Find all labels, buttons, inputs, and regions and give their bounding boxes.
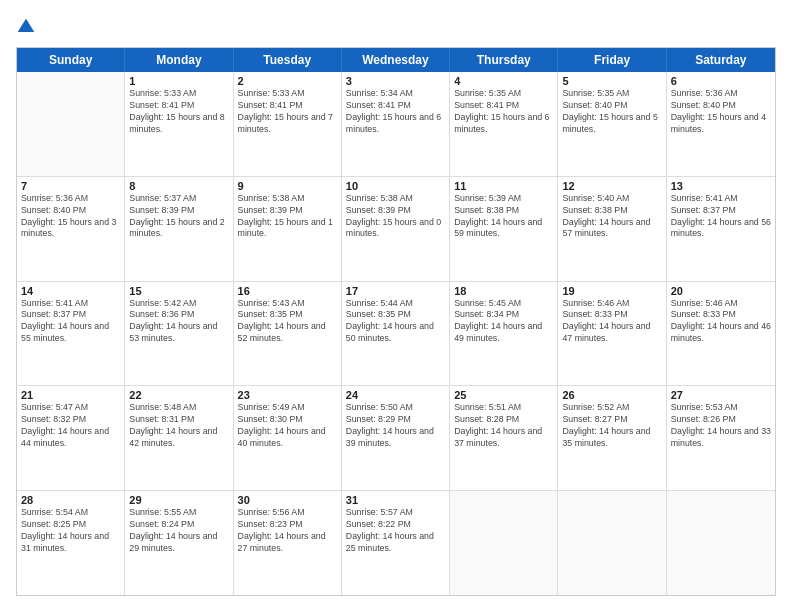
day-number: 23 <box>238 389 337 401</box>
calendar-cell <box>450 491 558 595</box>
day-info: Sunrise: 5:50 AMSunset: 8:29 PMDaylight:… <box>346 402 445 450</box>
day-info: Sunrise: 5:48 AMSunset: 8:31 PMDaylight:… <box>129 402 228 450</box>
day-info: Sunrise: 5:49 AMSunset: 8:30 PMDaylight:… <box>238 402 337 450</box>
day-number: 20 <box>671 285 771 297</box>
day-info: Sunrise: 5:37 AMSunset: 8:39 PMDaylight:… <box>129 193 228 241</box>
calendar-row: 28Sunrise: 5:54 AMSunset: 8:25 PMDayligh… <box>17 491 775 595</box>
day-number: 19 <box>562 285 661 297</box>
day-info: Sunrise: 5:45 AMSunset: 8:34 PMDaylight:… <box>454 298 553 346</box>
calendar-cell: 20Sunrise: 5:46 AMSunset: 8:33 PMDayligh… <box>667 282 775 386</box>
day-info: Sunrise: 5:34 AMSunset: 8:41 PMDaylight:… <box>346 88 445 136</box>
day-number: 11 <box>454 180 553 192</box>
day-number: 17 <box>346 285 445 297</box>
day-info: Sunrise: 5:39 AMSunset: 8:38 PMDaylight:… <box>454 193 553 241</box>
calendar-cell: 17Sunrise: 5:44 AMSunset: 8:35 PMDayligh… <box>342 282 450 386</box>
day-info: Sunrise: 5:57 AMSunset: 8:22 PMDaylight:… <box>346 507 445 555</box>
calendar-cell: 13Sunrise: 5:41 AMSunset: 8:37 PMDayligh… <box>667 177 775 281</box>
header <box>16 16 776 37</box>
day-number: 27 <box>671 389 771 401</box>
calendar-cell: 5Sunrise: 5:35 AMSunset: 8:40 PMDaylight… <box>558 72 666 176</box>
calendar-cell: 18Sunrise: 5:45 AMSunset: 8:34 PMDayligh… <box>450 282 558 386</box>
calendar-cell: 15Sunrise: 5:42 AMSunset: 8:36 PMDayligh… <box>125 282 233 386</box>
day-number: 5 <box>562 75 661 87</box>
day-number: 13 <box>671 180 771 192</box>
day-number: 8 <box>129 180 228 192</box>
calendar-cell: 25Sunrise: 5:51 AMSunset: 8:28 PMDayligh… <box>450 386 558 490</box>
day-info: Sunrise: 5:43 AMSunset: 8:35 PMDaylight:… <box>238 298 337 346</box>
day-info: Sunrise: 5:46 AMSunset: 8:33 PMDaylight:… <box>671 298 771 346</box>
weekday-header: Monday <box>125 48 233 72</box>
day-info: Sunrise: 5:52 AMSunset: 8:27 PMDaylight:… <box>562 402 661 450</box>
weekday-header: Thursday <box>450 48 558 72</box>
day-info: Sunrise: 5:56 AMSunset: 8:23 PMDaylight:… <box>238 507 337 555</box>
calendar-cell: 8Sunrise: 5:37 AMSunset: 8:39 PMDaylight… <box>125 177 233 281</box>
day-number: 25 <box>454 389 553 401</box>
calendar-cell: 29Sunrise: 5:55 AMSunset: 8:24 PMDayligh… <box>125 491 233 595</box>
day-info: Sunrise: 5:33 AMSunset: 8:41 PMDaylight:… <box>129 88 228 136</box>
calendar-header: SundayMondayTuesdayWednesdayThursdayFrid… <box>17 48 775 72</box>
calendar-cell: 24Sunrise: 5:50 AMSunset: 8:29 PMDayligh… <box>342 386 450 490</box>
calendar-cell: 6Sunrise: 5:36 AMSunset: 8:40 PMDaylight… <box>667 72 775 176</box>
day-info: Sunrise: 5:42 AMSunset: 8:36 PMDaylight:… <box>129 298 228 346</box>
calendar-cell <box>667 491 775 595</box>
day-info: Sunrise: 5:36 AMSunset: 8:40 PMDaylight:… <box>671 88 771 136</box>
calendar-cell: 30Sunrise: 5:56 AMSunset: 8:23 PMDayligh… <box>234 491 342 595</box>
day-number: 6 <box>671 75 771 87</box>
day-info: Sunrise: 5:51 AMSunset: 8:28 PMDaylight:… <box>454 402 553 450</box>
day-info: Sunrise: 5:38 AMSunset: 8:39 PMDaylight:… <box>346 193 445 241</box>
day-number: 24 <box>346 389 445 401</box>
calendar-row: 21Sunrise: 5:47 AMSunset: 8:32 PMDayligh… <box>17 386 775 491</box>
day-info: Sunrise: 5:41 AMSunset: 8:37 PMDaylight:… <box>671 193 771 241</box>
calendar-cell: 10Sunrise: 5:38 AMSunset: 8:39 PMDayligh… <box>342 177 450 281</box>
day-number: 31 <box>346 494 445 506</box>
day-number: 28 <box>21 494 120 506</box>
calendar-cell: 21Sunrise: 5:47 AMSunset: 8:32 PMDayligh… <box>17 386 125 490</box>
day-number: 10 <box>346 180 445 192</box>
day-number: 1 <box>129 75 228 87</box>
weekday-header: Saturday <box>667 48 775 72</box>
day-info: Sunrise: 5:36 AMSunset: 8:40 PMDaylight:… <box>21 193 120 241</box>
calendar-row: 7Sunrise: 5:36 AMSunset: 8:40 PMDaylight… <box>17 177 775 282</box>
day-number: 18 <box>454 285 553 297</box>
day-info: Sunrise: 5:35 AMSunset: 8:41 PMDaylight:… <box>454 88 553 136</box>
day-info: Sunrise: 5:38 AMSunset: 8:39 PMDaylight:… <box>238 193 337 241</box>
day-info: Sunrise: 5:40 AMSunset: 8:38 PMDaylight:… <box>562 193 661 241</box>
calendar-cell: 1Sunrise: 5:33 AMSunset: 8:41 PMDaylight… <box>125 72 233 176</box>
logo <box>16 16 40 37</box>
day-info: Sunrise: 5:53 AMSunset: 8:26 PMDaylight:… <box>671 402 771 450</box>
calendar-cell: 22Sunrise: 5:48 AMSunset: 8:31 PMDayligh… <box>125 386 233 490</box>
calendar-cell: 14Sunrise: 5:41 AMSunset: 8:37 PMDayligh… <box>17 282 125 386</box>
calendar-cell: 16Sunrise: 5:43 AMSunset: 8:35 PMDayligh… <box>234 282 342 386</box>
day-info: Sunrise: 5:54 AMSunset: 8:25 PMDaylight:… <box>21 507 120 555</box>
calendar-cell: 7Sunrise: 5:36 AMSunset: 8:40 PMDaylight… <box>17 177 125 281</box>
day-number: 7 <box>21 180 120 192</box>
page: SundayMondayTuesdayWednesdayThursdayFrid… <box>0 0 792 612</box>
logo-icon <box>16 17 36 37</box>
day-number: 26 <box>562 389 661 401</box>
calendar-body: 1Sunrise: 5:33 AMSunset: 8:41 PMDaylight… <box>17 72 775 595</box>
calendar-row: 14Sunrise: 5:41 AMSunset: 8:37 PMDayligh… <box>17 282 775 387</box>
day-number: 29 <box>129 494 228 506</box>
weekday-header: Wednesday <box>342 48 450 72</box>
day-info: Sunrise: 5:41 AMSunset: 8:37 PMDaylight:… <box>21 298 120 346</box>
calendar-cell: 3Sunrise: 5:34 AMSunset: 8:41 PMDaylight… <box>342 72 450 176</box>
day-number: 16 <box>238 285 337 297</box>
day-number: 15 <box>129 285 228 297</box>
day-number: 30 <box>238 494 337 506</box>
calendar-cell: 28Sunrise: 5:54 AMSunset: 8:25 PMDayligh… <box>17 491 125 595</box>
calendar-cell: 19Sunrise: 5:46 AMSunset: 8:33 PMDayligh… <box>558 282 666 386</box>
calendar-cell: 9Sunrise: 5:38 AMSunset: 8:39 PMDaylight… <box>234 177 342 281</box>
day-number: 12 <box>562 180 661 192</box>
day-number: 21 <box>21 389 120 401</box>
calendar-cell: 11Sunrise: 5:39 AMSunset: 8:38 PMDayligh… <box>450 177 558 281</box>
svg-marker-0 <box>18 18 35 31</box>
day-number: 22 <box>129 389 228 401</box>
day-info: Sunrise: 5:47 AMSunset: 8:32 PMDaylight:… <box>21 402 120 450</box>
calendar-cell: 26Sunrise: 5:52 AMSunset: 8:27 PMDayligh… <box>558 386 666 490</box>
calendar-cell: 23Sunrise: 5:49 AMSunset: 8:30 PMDayligh… <box>234 386 342 490</box>
calendar-cell: 2Sunrise: 5:33 AMSunset: 8:41 PMDaylight… <box>234 72 342 176</box>
day-number: 4 <box>454 75 553 87</box>
calendar-cell: 27Sunrise: 5:53 AMSunset: 8:26 PMDayligh… <box>667 386 775 490</box>
calendar-cell: 4Sunrise: 5:35 AMSunset: 8:41 PMDaylight… <box>450 72 558 176</box>
calendar-cell: 12Sunrise: 5:40 AMSunset: 8:38 PMDayligh… <box>558 177 666 281</box>
